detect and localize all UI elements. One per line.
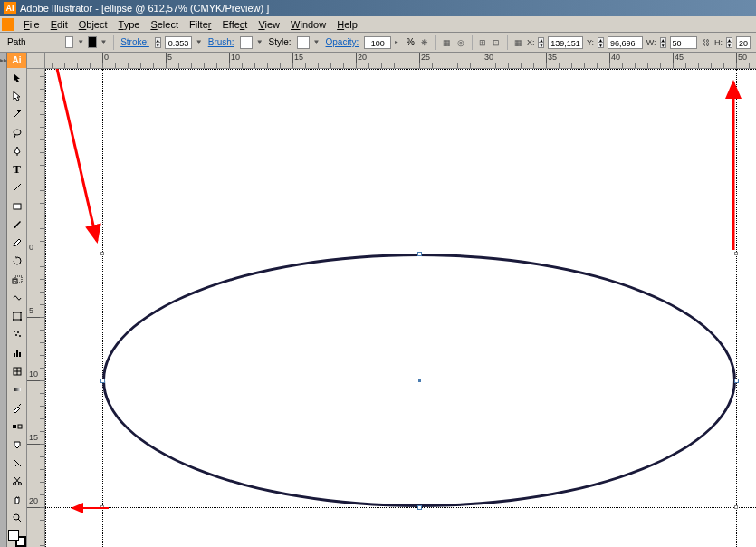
h-value[interactable]: 20 <box>736 36 751 49</box>
menu-edit[interactable]: Edit <box>45 17 73 32</box>
chevron-down-icon[interactable]: ▼ <box>196 38 203 46</box>
svg-rect-19 <box>14 388 21 391</box>
svg-rect-14 <box>16 350 18 357</box>
svg-rect-15 <box>19 352 21 357</box>
anchor-point[interactable] <box>417 505 422 510</box>
x-spinner[interactable]: ▲▼ <box>538 37 544 48</box>
warp-tool[interactable] <box>8 289 26 306</box>
rotate-tool[interactable] <box>8 253 26 270</box>
control-bar: Path ▼ ▼ Stroke: ▲▼ 0.353 ▼ Brush: ▼ Sty… <box>0 33 756 53</box>
title-bar: AI Adobe Illustrator - [ellipse @ 612,57… <box>0 0 756 16</box>
magic-wand-tool[interactable] <box>8 106 26 123</box>
chevron-down-icon[interactable]: ▼ <box>313 38 321 46</box>
w-value[interactable]: 50 mm <box>670 36 697 49</box>
scale-tool[interactable] <box>8 271 26 288</box>
brush-label[interactable]: Brush: <box>208 37 234 47</box>
type-tool[interactable]: T <box>8 161 26 178</box>
direct-select-tool[interactable] <box>8 88 26 105</box>
svg-point-7 <box>13 319 14 321</box>
live-paint-tool[interactable] <box>8 436 26 453</box>
eyedropper-tool[interactable] <box>8 399 26 417</box>
stroke-label[interactable]: Stroke: <box>120 37 149 47</box>
graph-tool[interactable] <box>8 344 26 361</box>
reference-point-icon[interactable]: ▦ <box>513 35 523 50</box>
h-spinner[interactable]: ▲▼ <box>726 37 732 48</box>
bbox-handle[interactable] <box>100 505 104 509</box>
anchor-point[interactable] <box>100 379 105 383</box>
y-value[interactable]: 96,696 mm <box>608 36 643 49</box>
opacity-value[interactable]: 100 <box>364 36 391 49</box>
fill-swatch[interactable] <box>65 36 73 48</box>
isolate-icon[interactable]: ◎ <box>455 35 465 50</box>
blend-tool[interactable] <box>8 417 26 435</box>
slice-tool[interactable] <box>8 455 26 472</box>
bbox-handle[interactable] <box>734 505 738 509</box>
svg-point-11 <box>15 334 17 336</box>
menu-object[interactable]: Object <box>73 17 113 32</box>
line-tool[interactable] <box>8 179 26 197</box>
anchor-point[interactable] <box>734 379 739 383</box>
menu-select[interactable]: Select <box>145 17 184 32</box>
svg-rect-4 <box>14 312 21 320</box>
main-area: ▸▸ Ai T 0510152025303540455 <box>0 53 756 547</box>
chevron-down-icon[interactable]: ▼ <box>100 38 108 46</box>
symbol-sprayer-tool[interactable] <box>8 326 26 343</box>
canvas[interactable] <box>45 69 756 547</box>
rectangle-tool[interactable] <box>8 197 26 215</box>
selection-type: Path <box>7 37 26 47</box>
mesh-tool[interactable] <box>8 362 26 379</box>
bbox-handle[interactable] <box>100 252 104 255</box>
transform-icon[interactable]: ⊡ <box>492 35 502 50</box>
menu-file[interactable]: File <box>18 17 45 32</box>
pencil-tool[interactable] <box>8 235 26 252</box>
svg-rect-20 <box>13 425 16 428</box>
guide-vertical <box>102 69 103 547</box>
recolor-icon[interactable]: ❋ <box>420 35 430 50</box>
bbox-handle[interactable] <box>734 252 738 255</box>
menu-view[interactable]: View <box>253 17 285 32</box>
style-label: Style: <box>269 37 292 47</box>
guide-horizontal <box>45 69 756 70</box>
lasso-tool[interactable] <box>8 124 26 141</box>
scissors-tool[interactable] <box>8 473 26 490</box>
x-label: X: <box>527 38 535 47</box>
brush-tool[interactable] <box>8 216 26 233</box>
opacity-label[interactable]: Opacity: <box>326 37 359 47</box>
chevron-down-icon[interactable]: ▼ <box>77 38 84 46</box>
vertical-ruler[interactable]: 05101520 <box>27 69 45 547</box>
free-transform-tool[interactable] <box>8 308 26 325</box>
fill-stroke-control[interactable] <box>8 530 26 547</box>
ruler-origin[interactable] <box>27 53 45 69</box>
selection-tool[interactable] <box>8 69 26 86</box>
menu-effect[interactable]: Effect <box>216 17 253 32</box>
stroke-swatch[interactable] <box>88 36 96 48</box>
hand-tool[interactable] <box>8 491 26 508</box>
panel-gripper[interactable]: ▸▸ <box>0 53 7 547</box>
align-icon[interactable]: ⊞ <box>477 35 487 50</box>
app-name: Adobe Illustrator <box>20 3 92 14</box>
select-similar-icon[interactable]: ▦ <box>442 35 452 50</box>
anchor-point[interactable] <box>417 252 422 256</box>
fill-color-icon[interactable] <box>8 530 19 541</box>
gradient-tool[interactable] <box>8 381 26 398</box>
pen-tool[interactable] <box>8 142 26 159</box>
menu-type[interactable]: Type <box>113 17 146 32</box>
brush-box[interactable] <box>240 36 253 49</box>
zoom-tool[interactable] <box>8 509 26 526</box>
menu-help[interactable]: Help <box>331 17 363 32</box>
stroke-value[interactable]: 0.353 <box>165 36 192 49</box>
divider <box>507 35 508 50</box>
x-value[interactable]: 139,151 mm <box>548 36 583 49</box>
style-box[interactable] <box>297 36 310 49</box>
stroke-spinner[interactable]: ▲▼ <box>155 37 161 48</box>
chevron-down-icon[interactable]: ▸ <box>395 38 401 46</box>
horizontal-ruler[interactable]: 05101520253035404550 <box>45 53 756 69</box>
w-spinner[interactable]: ▲▼ <box>660 37 666 48</box>
chevron-down-icon[interactable]: ▼ <box>256 38 263 46</box>
menu-filter[interactable]: Filter <box>184 17 216 32</box>
y-spinner[interactable]: ▲▼ <box>598 37 604 48</box>
link-wh-icon[interactable]: ⛓ <box>701 35 711 50</box>
svg-line-26 <box>57 69 97 241</box>
svg-rect-1 <box>14 204 21 209</box>
menu-window[interactable]: Window <box>285 17 331 32</box>
